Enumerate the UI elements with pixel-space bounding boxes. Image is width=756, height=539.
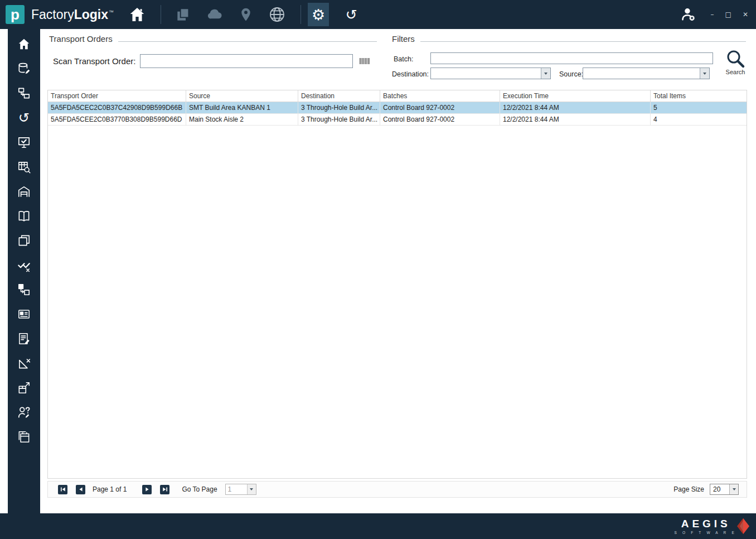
destination-select[interactable] <box>430 68 551 79</box>
database-edit-icon <box>17 61 31 76</box>
first-page-button[interactable] <box>58 485 67 494</box>
section-divider <box>118 41 377 42</box>
minimize-button[interactable]: – <box>711 11 714 18</box>
open-book-icon <box>17 209 31 223</box>
aegis-logo-text: AEGIS S O F T W A R E <box>674 518 734 535</box>
settings-button[interactable]: ⚙ <box>308 3 329 26</box>
next-page-button[interactable] <box>142 485 152 494</box>
table-search-icon <box>17 160 31 174</box>
cell-batches: Control Board 927-0002 <box>380 102 500 113</box>
sidebar-item-station[interactable] <box>17 135 31 150</box>
page-indicator: Page 1 of 1 <box>93 485 127 493</box>
filters-section-header: Filters <box>392 34 746 44</box>
home-button[interactable] <box>128 6 146 23</box>
search-button[interactable]: Search <box>722 49 749 79</box>
page-size-label: Page Size <box>673 485 704 493</box>
sidebar-item-home[interactable] <box>17 37 31 51</box>
user-remove-icon <box>680 6 695 21</box>
user-question-icon <box>17 405 31 420</box>
note-edit-icon <box>17 331 31 346</box>
sidebar-item-transfer[interactable] <box>17 282 31 297</box>
maximize-button[interactable]: □ <box>725 11 731 18</box>
globe-button[interactable] <box>268 6 286 23</box>
globe-icon <box>268 6 286 23</box>
documents-button[interactable] <box>175 6 192 23</box>
column-header-total-items[interactable]: Total Items <box>651 90 747 102</box>
sidebar-item-history[interactable]: ↺ <box>17 110 31 125</box>
location-button[interactable] <box>237 6 255 23</box>
chevron-down-icon <box>700 68 709 79</box>
go-to-page-label: Go To Page <box>182 485 217 493</box>
barcode-icon <box>360 58 370 64</box>
column-header-transport-order[interactable]: Transport Order <box>48 90 186 102</box>
source-select[interactable] <box>583 68 710 79</box>
column-header-source[interactable]: Source <box>186 90 298 102</box>
previous-page-icon <box>77 486 84 493</box>
batch-label: Batch: <box>394 55 413 63</box>
sidebar-item-card[interactable] <box>17 307 31 321</box>
go-to-page-input[interactable] <box>226 484 247 494</box>
go-to-page-input-wrap <box>225 484 256 495</box>
sidebar-item-copy[interactable] <box>17 233 31 248</box>
close-button[interactable]: ✕ <box>743 11 748 18</box>
scan-transport-order-input[interactable] <box>140 54 353 68</box>
sidebar-item-design[interactable] <box>17 356 31 370</box>
column-header-destination[interactable]: Destination <box>298 90 380 102</box>
home-icon <box>128 6 146 23</box>
history-icon: ↺ <box>18 111 30 124</box>
source-value <box>583 68 700 79</box>
cloud-icon <box>206 6 224 23</box>
batch-input[interactable] <box>430 52 713 64</box>
sidebar-item-verify[interactable] <box>17 258 31 272</box>
sidebar-item-schedule[interactable] <box>17 430 31 444</box>
cell-total-items: 5 <box>651 102 747 113</box>
cell-destination: 3 Through-Hole Build Ar... <box>298 102 380 113</box>
cell-transport-order: 5A5FDA5CEC2C0B37C42908D9B599D66B <box>48 102 186 113</box>
aegis-diamond-icon <box>737 518 749 535</box>
chevron-down-icon <box>541 68 550 79</box>
cell-execution-time: 12/2/2021 8:44 AM <box>500 114 651 125</box>
sidebar-item-notes[interactable] <box>17 331 31 346</box>
footer: AEGIS S O F T W A R E <box>0 513 756 539</box>
sidebar-item-warehouse[interactable] <box>17 184 31 199</box>
aegis-logo: AEGIS S O F T W A R E <box>674 518 749 535</box>
box-transfer-icon <box>17 282 31 297</box>
boxes-arrow-icon <box>17 86 31 100</box>
chevron-down-icon[interactable] <box>247 484 256 494</box>
scan-transport-order-label: Scan Transport Order: <box>53 56 135 66</box>
table-row[interactable]: 5A5FDA5CEE2C0B3770B308D9B599D66D Main St… <box>48 114 747 126</box>
cell-transport-order: 5A5FDA5CEE2C0B3770B308D9B599D66D <box>48 114 186 125</box>
previous-page-button[interactable] <box>76 485 85 494</box>
column-header-batches[interactable]: Batches <box>380 90 500 102</box>
table-row[interactable]: 5A5FDA5CEC2C0B37C42908D9B599D66B SMT Bui… <box>48 102 747 114</box>
monitor-check-icon <box>17 135 31 150</box>
cell-batches: Control Board 927-0002 <box>380 114 500 125</box>
sidebar-item-process[interactable] <box>17 86 31 100</box>
sidebar-item-assist[interactable] <box>17 405 31 420</box>
column-header-execution-time[interactable]: Execution Time <box>500 90 651 102</box>
destination-value <box>431 68 541 79</box>
ruler-x-icon <box>17 356 31 370</box>
sidebar-item-data[interactable] <box>17 61 31 76</box>
search-icon <box>725 49 745 69</box>
sidebar-item-package[interactable] <box>17 381 31 395</box>
user-account-button[interactable] <box>680 6 695 23</box>
last-page-button[interactable] <box>160 485 169 494</box>
gear-icon: ⚙ <box>312 7 325 22</box>
filters-title: Filters <box>392 34 415 44</box>
chevron-down-icon <box>729 484 738 494</box>
pagination-bar: Page 1 of 1 Go To Page Page Size 20 <box>47 481 747 498</box>
sidebar-item-lookup[interactable] <box>17 160 31 174</box>
titlebar: p FactoryLogix™ ⚙ ↺ – □ ✕ <box>0 0 756 29</box>
cell-source: Main Stock Aisle 2 <box>186 114 298 125</box>
package-arrow-icon <box>17 381 31 395</box>
transport-orders-table: Transport Order Source Destination Batch… <box>47 90 747 479</box>
sidebar-item-docs[interactable] <box>17 209 31 223</box>
home-icon <box>17 37 31 51</box>
history-button[interactable]: ↺ <box>342 6 360 23</box>
aegis-brand-sub: S O F T W A R E <box>674 531 736 535</box>
cloud-button[interactable] <box>206 6 224 23</box>
calendar-copy-icon <box>17 430 31 444</box>
page-size-select[interactable]: 20 <box>710 484 739 495</box>
history-icon: ↺ <box>346 8 357 22</box>
